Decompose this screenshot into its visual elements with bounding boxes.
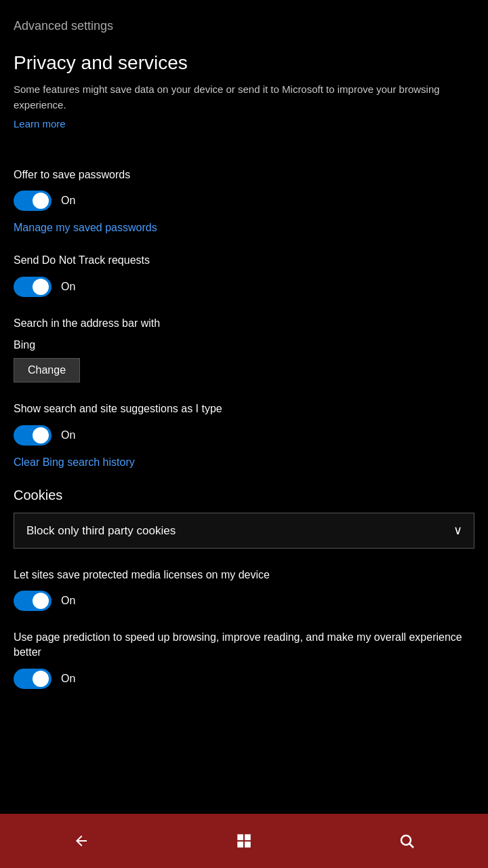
- svg-point-0: [401, 835, 411, 845]
- search-suggestions-toggle[interactable]: [14, 425, 52, 446]
- offer-passwords-group: Offer to save passwords On Manage my sav…: [14, 167, 474, 234]
- media-licenses-group: Let sites save protected media licenses …: [14, 568, 474, 611]
- do-not-track-group: Send Do Not Track requests On: [14, 253, 474, 296]
- search-engine-group: Search in the address bar with Bing Chan…: [14, 316, 474, 382]
- page-prediction-toggle[interactable]: [14, 669, 52, 689]
- search-engine-name: Bing: [14, 339, 474, 351]
- do-not-track-label: Send Do Not Track requests: [14, 253, 474, 268]
- bottom-nav: [0, 814, 488, 868]
- search-bar-label: Search in the address bar with: [14, 316, 474, 331]
- privacy-description: Some features might save data on your de…: [14, 82, 474, 113]
- cookies-group: Cookies Don't block cookies Block only t…: [14, 488, 474, 549]
- do-not-track-toggle-row: On: [14, 277, 474, 297]
- main-content: Privacy and services Some features might…: [0, 39, 488, 776]
- page-title: Advanced settings: [14, 19, 113, 33]
- offer-passwords-toggle[interactable]: [14, 191, 52, 211]
- back-button[interactable]: [61, 821, 102, 861]
- offer-passwords-toggle-row: On: [14, 191, 474, 211]
- search-suggestions-state: On: [61, 429, 75, 441]
- cookies-select-wrapper: Don't block cookies Block only third par…: [14, 513, 474, 549]
- page-prediction-state: On: [61, 673, 75, 685]
- offer-passwords-label: Offer to save passwords: [14, 167, 474, 182]
- media-licenses-state: On: [61, 595, 75, 607]
- search-suggestions-group: Show search and site suggestions as I ty…: [14, 401, 474, 468]
- learn-more-link[interactable]: Learn more: [14, 118, 66, 130]
- windows-logo-icon: [235, 832, 253, 850]
- search-button[interactable]: [386, 821, 427, 861]
- cookies-select[interactable]: Don't block cookies Block only third par…: [14, 513, 474, 549]
- search-suggestions-label: Show search and site suggestions as I ty…: [14, 401, 474, 416]
- search-engine-row: Bing Change: [14, 339, 474, 382]
- media-licenses-toggle-row: On: [14, 591, 474, 611]
- media-licenses-label: Let sites save protected media licenses …: [14, 568, 474, 583]
- page-prediction-knob: [33, 671, 49, 687]
- do-not-track-knob: [33, 279, 49, 295]
- page-prediction-group: Use page prediction to speed up browsing…: [14, 630, 474, 689]
- offer-passwords-state: On: [61, 195, 75, 207]
- offer-passwords-knob: [33, 193, 49, 209]
- search-suggestions-toggle-row: On: [14, 425, 474, 446]
- page-prediction-toggle-row: On: [14, 669, 474, 689]
- home-button[interactable]: [224, 821, 264, 861]
- cookies-label: Cookies: [14, 488, 474, 503]
- back-arrow-icon: [73, 833, 89, 849]
- clear-bing-link[interactable]: Clear Bing search history: [14, 456, 135, 469]
- svg-line-1: [410, 844, 414, 848]
- privacy-section: Privacy and services Some features might…: [14, 52, 474, 149]
- media-licenses-toggle[interactable]: [14, 591, 52, 611]
- page-header: Advanced settings: [0, 0, 488, 39]
- do-not-track-toggle[interactable]: [14, 277, 52, 297]
- media-licenses-knob: [33, 593, 49, 609]
- manage-passwords-link[interactable]: Manage my saved passwords: [14, 222, 157, 234]
- search-icon: [399, 833, 415, 849]
- search-suggestions-knob: [33, 427, 49, 443]
- page-prediction-label: Use page prediction to speed up browsing…: [14, 630, 474, 660]
- change-search-engine-button[interactable]: Change: [14, 358, 80, 382]
- privacy-title: Privacy and services: [14, 52, 474, 74]
- do-not-track-state: On: [61, 281, 75, 293]
